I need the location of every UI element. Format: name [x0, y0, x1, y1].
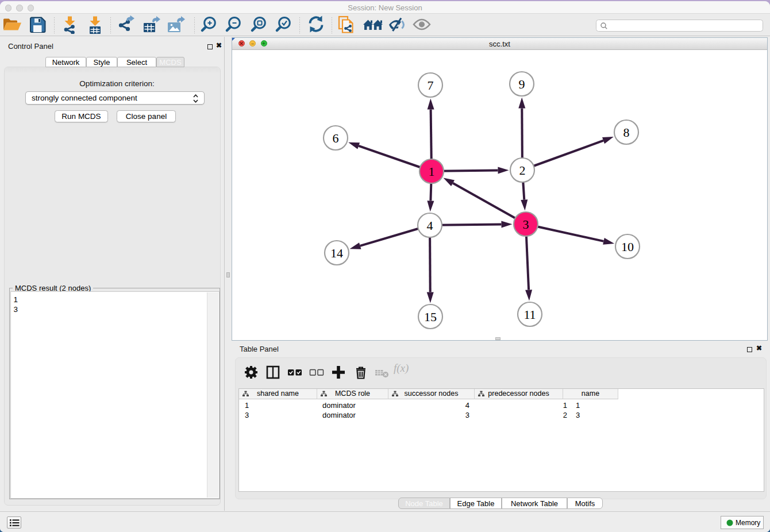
svg-text:2: 2: [519, 163, 526, 178]
svg-text:9: 9: [519, 77, 525, 91]
svg-text:7: 7: [428, 78, 434, 92]
svg-text:4: 4: [427, 218, 433, 233]
svg-text:8: 8: [623, 125, 630, 140]
svg-text:1: 1: [429, 164, 435, 179]
svg-text:14: 14: [330, 246, 343, 260]
svg-text:15: 15: [424, 310, 437, 324]
svg-text:6: 6: [333, 131, 339, 145]
svg-text:10: 10: [621, 240, 634, 254]
svg-text:11: 11: [523, 307, 536, 322]
svg-text:3: 3: [523, 217, 529, 232]
